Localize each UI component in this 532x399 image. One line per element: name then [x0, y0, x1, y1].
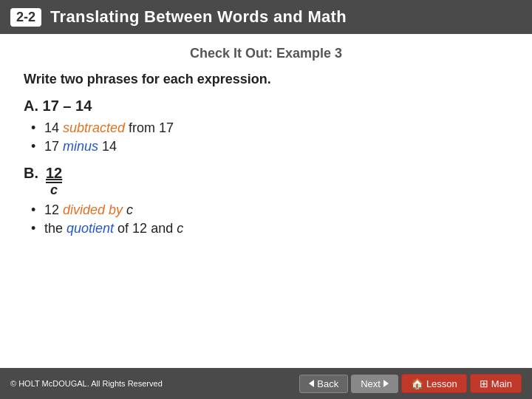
list-item: 17 minus 14 — [44, 139, 508, 154]
lesson-icon: 🏠 — [411, 378, 423, 389]
bullet-text-before: 17 — [44, 139, 63, 154]
fraction: 12 c — [46, 165, 62, 198]
lesson-button[interactable]: 🏠 Lesson — [401, 374, 467, 393]
part-b-bullets: 12 divided by c the quotient of 12 and c — [44, 202, 508, 236]
bullet-text-after: c — [123, 202, 133, 217]
list-item: 14 subtracted from 17 — [44, 120, 508, 136]
bullet-text-after: of 12 and c — [114, 221, 183, 236]
lesson-badge: 2-2 — [10, 8, 41, 27]
list-item: 12 divided by c — [44, 202, 508, 218]
footer-nav: © HOLT McDOUGAL. All Rights Reserved Bac… — [0, 368, 532, 399]
back-button[interactable]: Back — [299, 375, 348, 393]
part-b-label: B. 12 c — [24, 165, 508, 198]
next-arrow-icon — [383, 380, 389, 387]
header-bar: 2-2 Translating Between Words and Math — [0, 0, 532, 34]
instruction-text: Write two phrases for each expression. — [24, 72, 508, 87]
copyright-text: © HOLT McDOUGAL. All Rights Reserved — [10, 379, 163, 388]
part-a-bullets: 14 subtracted from 17 17 minus 14 — [44, 120, 508, 154]
bullet-text-before: the — [44, 221, 66, 236]
next-button[interactable]: Next — [351, 375, 398, 393]
fraction-numerator: 12 — [46, 165, 62, 183]
bullet-text-after: from 17 — [125, 120, 174, 135]
bullet-text-before: 12 — [44, 202, 63, 217]
bullet-text-after: 14 — [98, 139, 117, 154]
section-title: Check It Out: Example 3 — [24, 46, 508, 61]
b-letter: B. — [24, 165, 38, 182]
main-button[interactable]: ⊞ Main — [470, 374, 522, 393]
highlight-quotient: quotient — [66, 221, 114, 236]
part-a-label: A. 17 – 14 — [24, 98, 508, 115]
back-arrow-icon — [309, 380, 314, 387]
next-label: Next — [361, 378, 381, 389]
main-icon: ⊞ — [480, 378, 488, 389]
main-content: Check It Out: Example 3 Write two phrase… — [0, 34, 532, 368]
lesson-label: Lesson — [426, 378, 457, 389]
lesson-title: Translating Between Words and Math — [50, 7, 347, 27]
nav-buttons: Back Next 🏠 Lesson ⊞ Main — [299, 374, 522, 393]
list-item: the quotient of 12 and c — [44, 221, 508, 236]
fraction-denominator: c — [50, 183, 58, 198]
bullet-text-before: 14 — [44, 120, 63, 135]
highlight-divided-by: divided by — [63, 202, 123, 217]
highlight-subtracted: subtracted — [63, 120, 125, 135]
main-label: Main — [491, 378, 512, 389]
highlight-minus: minus — [63, 139, 98, 154]
back-label: Back — [317, 378, 338, 389]
